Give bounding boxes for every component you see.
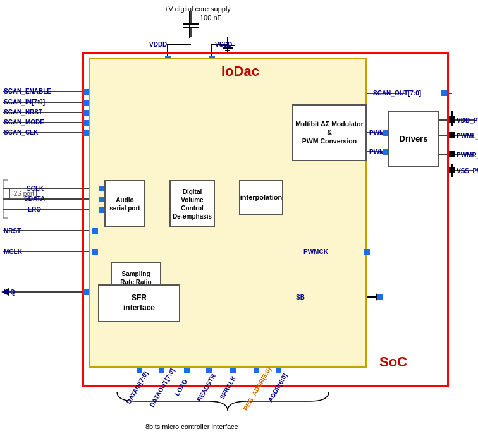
vdd-pwm-label: VDD_PWM — [457, 117, 478, 124]
lro-label: LRO — [28, 206, 41, 213]
pwml-pad-label: PWML_PAD — [457, 133, 478, 140]
multibit-block: Multibit ΔΣ Modulator&PWM Conversion — [292, 104, 367, 161]
supply-label: +V digital core supply — [164, 5, 231, 13]
irq-pin — [83, 289, 89, 295]
scan-mode-label: SCAN_MODE — [4, 119, 44, 126]
addr-pin — [276, 368, 281, 373]
interface-label: 8bits micro controller interface — [145, 423, 238, 430]
scan-in-label: SCAN_IN[7:0] — [4, 99, 45, 106]
digital-volume-block: Digital VolumeControlDe-emphasis — [169, 180, 215, 227]
mclk-pin — [92, 249, 98, 255]
sdata-pin — [99, 197, 104, 202]
vdd-pwm-square — [449, 116, 455, 123]
sb-label: SB — [296, 294, 305, 301]
pwmr-pad-square — [449, 151, 455, 157]
scan-mode-pin — [83, 120, 89, 126]
sfr-block: SFRinterface — [98, 284, 180, 322]
scan-out-pin — [441, 90, 447, 96]
iodac-title: IoDac — [221, 63, 259, 80]
reg-addr-pin — [254, 368, 259, 373]
vssd-label: VSSD — [215, 41, 232, 48]
load-pin — [184, 368, 190, 373]
vddd-label: VDDD — [149, 41, 167, 48]
sclk-label: SCLK — [27, 185, 44, 192]
scan-in-pin — [83, 100, 89, 106]
lro-pin — [99, 207, 104, 213]
audio-serial-block: Audioserial port — [104, 180, 145, 227]
scan-enable-pin — [83, 89, 89, 95]
scan-enable-label: SCAN_ENABLE — [4, 88, 51, 95]
pwml-pad-square — [449, 132, 455, 138]
cap-value-label: 100 nF — [200, 14, 221, 21]
scan-nrst-label: SCAN_NRST — [4, 109, 42, 116]
nrst-label: NRST — [4, 227, 21, 234]
scan-clk-pin — [83, 130, 89, 136]
drivers-block: Drivers — [388, 111, 439, 167]
interpolation-block: interpolation — [239, 180, 283, 215]
mclk-label: MCLK — [4, 248, 22, 255]
nrst-pin — [92, 228, 98, 234]
sclk-pin — [99, 186, 104, 191]
vss-pwm-square — [449, 167, 455, 173]
scan-out-label: SCAN_OUT[7:0] — [373, 90, 421, 97]
pwmr-pad-label: PWMR_PAD — [457, 152, 478, 159]
pwmck-pin — [364, 249, 370, 255]
irq-label: IRQ — [4, 289, 15, 296]
vss-pwm-label: VSS_PWM — [457, 167, 478, 174]
dataout-pin — [159, 368, 164, 373]
scan-nrst-pin — [83, 110, 89, 116]
scan-clk-label: SCAN_CLK — [4, 129, 38, 136]
sdata-label: SDATA — [24, 195, 45, 202]
pwmck-label: PWMCK — [303, 248, 328, 255]
diagram-container: +V digital core supply 100 nF VDDD VSSD … — [0, 0, 478, 448]
sb-pin — [377, 294, 383, 300]
sfrclk-pin — [230, 368, 236, 373]
soc-title: SoC — [379, 354, 407, 370]
